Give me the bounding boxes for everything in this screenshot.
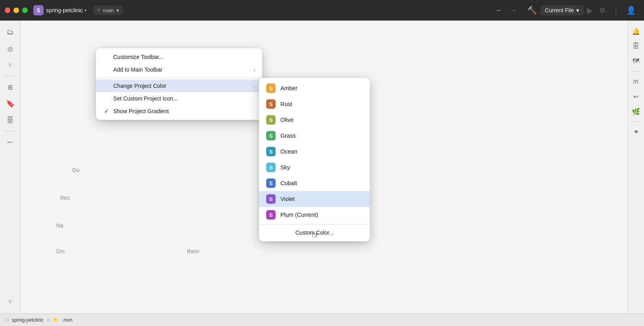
forward-button[interactable]: →: [507, 6, 519, 15]
status-folder-name[interactable]: .mvn: [62, 317, 72, 323]
color-item-cobalt[interactable]: S Cobalt: [259, 175, 370, 191]
project-name[interactable]: spring-petclinic: [46, 7, 83, 13]
database-icon: 🗄: [7, 116, 14, 125]
plugin-icon: ⊞: [8, 83, 13, 91]
right-sidebar: 🔔 🗄 🗺 m ↩ 🌿 ✦: [627, 21, 644, 313]
run-config-selector[interactable]: Current File ▾: [540, 5, 584, 15]
sidebar-separator-2: [5, 131, 16, 131]
m-right-icon[interactable]: m: [629, 75, 643, 88]
amber-swatch: S: [266, 83, 276, 93]
ocean-swatch: S: [266, 147, 276, 156]
custom-color-label: Custom Color...: [295, 229, 333, 236]
minimize-button[interactable]: [13, 8, 19, 13]
plum-swatch: S: [266, 210, 276, 220]
menu-customize-toolbar[interactable]: Customize Toolbar...: [96, 51, 262, 63]
sidebar-item-folder[interactable]: 🗂: [3, 25, 18, 40]
plum-label: Plum (Current): [280, 212, 318, 218]
context-menu: Customize Toolbar... Add to Main Toolbar…: [96, 48, 262, 120]
content-text-5: Drc: [56, 248, 65, 254]
branch-chevron: ▾: [116, 8, 119, 13]
rust-swatch: S: [266, 99, 276, 109]
sidebar-item-database[interactable]: 🗄: [3, 113, 18, 128]
menu-item-label-add: Add to Main Toolbar: [113, 66, 162, 73]
cobalt-swatch: S: [266, 178, 276, 188]
run-button[interactable]: ▶: [584, 5, 596, 16]
sidebar-separator-1: [5, 76, 16, 76]
status-project-icon: □: [6, 317, 9, 323]
violet-swatch: S: [266, 194, 276, 204]
close-button[interactable]: [5, 8, 10, 13]
olive-swatch: S: [266, 115, 276, 125]
spark-right-icon[interactable]: ✦: [629, 125, 643, 138]
commit-icon: ◎: [8, 45, 13, 53]
menu-set-icon[interactable]: Set Custom Project Icon...: [96, 92, 262, 105]
content-text-6: them: [187, 248, 199, 254]
sidebar-item-commits[interactable]: ◎: [3, 41, 18, 56]
git-bottom-icon: ⑂: [8, 298, 12, 305]
traffic-lights: [5, 8, 28, 13]
amber-label: Amber: [280, 85, 297, 91]
color-item-sky[interactable]: S Sky: [259, 159, 370, 175]
olive-label: Olive: [280, 117, 293, 123]
menu-item-label-customize: Customize Toolbar...: [113, 54, 164, 60]
menu-item-label-set-icon: Set Custom Project Icon...: [113, 95, 178, 102]
branch-name: main: [103, 8, 114, 13]
right-sep-1: [631, 71, 641, 72]
check-show-gradient: ✓: [103, 108, 110, 114]
sidebar-bottom-git[interactable]: ⑂: [3, 294, 18, 309]
project-dropdown-arrow[interactable]: ▾: [84, 8, 87, 13]
back-button[interactable]: ←: [493, 6, 505, 15]
color-item-violet[interactable]: S Violet: [259, 191, 370, 207]
database-right-icon[interactable]: 🗄: [629, 40, 643, 53]
menu-change-color[interactable]: Change Project Color ›: [96, 80, 262, 92]
menu-item-label-change-color: Change Project Color: [113, 83, 166, 89]
debug-button[interactable]: ⚙: [596, 5, 609, 15]
color-item-ocean[interactable]: S Ocean: [259, 144, 370, 159]
folder-icon: 🗂: [7, 28, 14, 36]
nav-buttons: ← →: [493, 6, 519, 15]
build-button[interactable]: 🔨: [524, 5, 540, 16]
menu-show-gradient[interactable]: ✓ Show Project Gradient: [96, 105, 262, 118]
maximize-button[interactable]: [22, 8, 28, 13]
custom-color-item[interactable]: Custom Color...: [259, 226, 370, 239]
sidebar-item-more[interactable]: •••: [3, 135, 18, 150]
menu-add-to-toolbar[interactable]: Add to Main Toolbar ›: [96, 63, 262, 76]
sky-swatch: S: [266, 163, 276, 172]
status-project-name[interactable]: spring-petclinic: [12, 317, 44, 323]
content-text-2: Go: [72, 167, 80, 173]
content-text-4: Na: [56, 222, 63, 229]
reload-right-icon[interactable]: ↩: [629, 90, 643, 103]
more-actions-button[interactable]: ⋮: [609, 5, 623, 16]
status-separator: >: [47, 317, 50, 323]
map-right-icon[interactable]: 🗺: [629, 55, 643, 68]
menu-item-label-gradient: Show Project Gradient: [113, 108, 169, 114]
leaf-right-icon[interactable]: 🌿: [629, 105, 643, 118]
grass-label: Grass: [280, 133, 296, 139]
project-badge: S: [33, 5, 44, 15]
sidebar-item-plugins[interactable]: ⊞: [3, 80, 18, 95]
color-item-olive[interactable]: S Olive: [259, 112, 370, 128]
branch-selector[interactable]: ⑂ main ▾: [93, 6, 123, 15]
sidebar-item-bookmarks[interactable]: 🔖: [3, 96, 18, 111]
violet-label: Violet: [280, 196, 295, 202]
sidebar-item-git[interactable]: ⑂: [3, 58, 18, 73]
statusbar: □ spring-petclinic > 📁 .mvn: [0, 313, 644, 326]
branch-icon: ⑂: [97, 7, 100, 13]
current-file-label: Current File: [545, 7, 574, 13]
color-item-plum[interactable]: S Plum (Current): [259, 207, 370, 223]
submenu-separator: [259, 224, 370, 225]
arrow-add-toolbar: ›: [253, 67, 255, 73]
user-button[interactable]: 👤: [623, 5, 639, 16]
color-item-grass[interactable]: S Grass: [259, 128, 370, 144]
git-icon: ⑂: [8, 62, 12, 69]
content-text-3: Rec: [60, 195, 70, 201]
color-item-amber[interactable]: S Amber: [259, 80, 370, 96]
color-item-rust[interactable]: S Rust: [259, 96, 370, 112]
notification-icon[interactable]: 🔔: [629, 25, 643, 38]
status-folder-icon: 📁: [53, 317, 59, 323]
content-area: uble ⇧ Go Rec Na Drc them Customize Tool…: [21, 21, 627, 313]
rust-label: Rust: [280, 101, 292, 107]
bookmark-icon: 🔖: [6, 99, 15, 108]
arrow-change-color: ›: [253, 83, 255, 89]
right-sep-2: [631, 121, 641, 122]
